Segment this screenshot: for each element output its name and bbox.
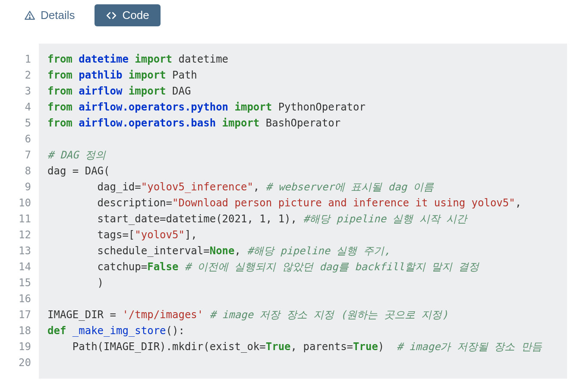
tab-details-label: Details <box>41 9 75 22</box>
line-number: 9 <box>17 179 31 195</box>
line-number: 8 <box>17 163 31 179</box>
line-number: 18 <box>17 323 31 339</box>
line-number: 17 <box>17 307 31 323</box>
line-number: 5 <box>17 115 31 131</box>
warning-icon <box>24 10 35 21</box>
line-number: 16 <box>17 291 31 307</box>
line-number: 7 <box>17 147 31 163</box>
line-number: 13 <box>17 243 31 259</box>
svg-point-1 <box>29 17 30 18</box>
tab-code-label: Code <box>122 9 149 22</box>
line-number: 2 <box>17 67 31 83</box>
tab-details[interactable]: Details <box>13 4 86 26</box>
line-number: 3 <box>17 83 31 99</box>
line-number: 14 <box>17 259 31 275</box>
line-number: 10 <box>17 195 31 211</box>
line-number: 12 <box>17 227 31 243</box>
line-number: 11 <box>17 211 31 227</box>
line-gutter: 1 2 3 4 5 6 7 8 9 10 11 12 13 14 15 16 1… <box>13 44 39 379</box>
line-number: 15 <box>17 275 31 291</box>
line-number: 1 <box>17 51 31 67</box>
line-number: 4 <box>17 99 31 115</box>
code-viewer: 1 2 3 4 5 6 7 8 9 10 11 12 13 14 15 16 1… <box>13 44 567 379</box>
code-icon <box>106 10 117 21</box>
tab-bar: Details Code <box>0 0 580 35</box>
code-block[interactable]: from datetime import datetime from pathl… <box>39 44 567 379</box>
line-number: 6 <box>17 131 31 147</box>
line-number: 20 <box>17 355 31 371</box>
tab-code[interactable]: Code <box>95 4 160 26</box>
line-number: 19 <box>17 339 31 355</box>
